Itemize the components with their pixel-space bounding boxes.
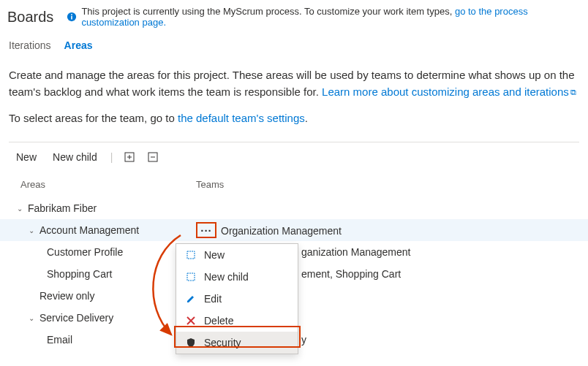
chevron-down-icon[interactable]: ⌄ — [26, 226, 37, 235]
toolbar-separator: | — [110, 151, 113, 163]
menu-item-delete[interactable]: Delete — [176, 310, 298, 332]
area-name: Customer Profile — [47, 246, 123, 258]
menu-item-edit[interactable]: Edit — [176, 288, 298, 310]
area-name: Account Management — [39, 224, 139, 236]
new-child-button[interactable]: New child — [50, 150, 100, 164]
tab-areas[interactable]: Areas — [64, 39, 93, 54]
tree-row-root[interactable]: ⌄ Fabrikam Fiber — [0, 197, 588, 219]
column-teams-header: Teams — [196, 179, 588, 190]
menu-label: Security — [204, 337, 241, 348]
external-link-icon: ⧉ — [570, 86, 576, 99]
info-text: This project is currently using the MySc… — [81, 6, 455, 17]
menu-label: Edit — [204, 293, 222, 305]
select-area-text: To select areas for the team, go to the … — [0, 102, 588, 130]
learn-more-link[interactable]: Learn more about customizing areas and i… — [322, 85, 569, 98]
expand-all-icon[interactable] — [123, 150, 136, 164]
edit-icon — [185, 293, 197, 305]
area-name: Service Delivery — [39, 312, 113, 324]
description-text: Create and manage the areas for this pro… — [0, 60, 588, 102]
new-icon — [185, 249, 197, 261]
context-menu: New New child Edit Delete Security — [176, 243, 298, 354]
menu-item-new-child[interactable]: New child — [176, 266, 298, 288]
new-child-icon — [185, 271, 197, 283]
info-banner: This project is currently using the MySc… — [67, 6, 581, 28]
chevron-down-icon[interactable]: ⌄ — [26, 314, 37, 322]
delete-icon — [185, 315, 197, 327]
area-name: Email — [47, 334, 72, 346]
menu-label: New — [204, 249, 225, 261]
teams-cell: ···Organization Management — [196, 222, 588, 238]
tree-row-account-management[interactable]: ⌄ Account Management ···Organization Man… — [0, 219, 588, 241]
column-areas-header: Areas — [20, 179, 196, 190]
chevron-down-icon[interactable]: ⌄ — [15, 205, 25, 213]
menu-label: New child — [204, 271, 249, 283]
tab-iterations[interactable]: Iterations — [9, 39, 51, 54]
tabs: Iterations Areas — [0, 32, 588, 60]
teams-value: Organization Management — [221, 225, 342, 237]
svg-rect-8 — [187, 251, 195, 259]
svg-rect-1 — [72, 16, 73, 20]
toolbar: New New child | — [0, 142, 588, 172]
shield-icon — [185, 337, 197, 348]
select-after: . — [305, 112, 308, 124]
svg-rect-2 — [72, 14, 73, 15]
menu-label: Delete — [204, 315, 233, 327]
svg-rect-9 — [187, 273, 195, 281]
column-headers: Areas Teams — [0, 172, 588, 197]
collapse-all-icon[interactable] — [146, 150, 159, 164]
area-name: Fabrikam Fiber — [28, 202, 97, 214]
info-icon — [67, 12, 77, 22]
menu-item-security[interactable]: Security — [176, 332, 298, 354]
page-title: Boards — [7, 9, 53, 26]
default-team-settings-link[interactable]: the default team's settings — [178, 112, 305, 124]
area-name: Shopping Cart — [47, 268, 113, 280]
select-before: To select areas for the team, go to — [9, 112, 178, 124]
more-actions-button[interactable]: ··· — [196, 222, 216, 238]
menu-item-new[interactable]: New — [176, 244, 298, 266]
new-button[interactable]: New — [13, 150, 39, 164]
area-name: Review only — [39, 290, 94, 302]
